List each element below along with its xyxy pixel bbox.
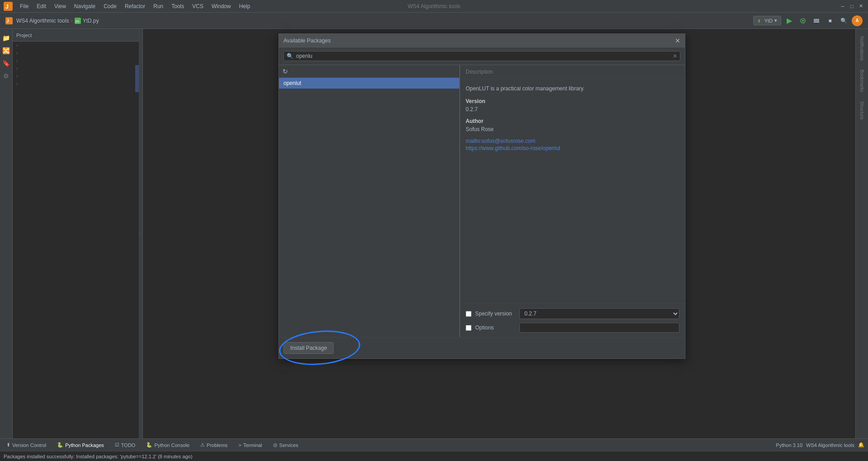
menu-navigate[interactable]: Navigate bbox=[71, 2, 99, 11]
bookmarks-label[interactable]: Bookmarks bbox=[858, 66, 866, 96]
menu-view[interactable]: View bbox=[51, 2, 70, 11]
dialog-close-button[interactable]: ✕ bbox=[675, 38, 680, 44]
python-console-icon: 🐍 bbox=[146, 442, 152, 448]
tab-services[interactable]: ◎ Services bbox=[270, 441, 301, 449]
sidebar-bookmark-icon[interactable]: 🔖 bbox=[1, 58, 12, 69]
package-details: Description OpenLUT is a practical color… bbox=[460, 65, 685, 337]
menu-edit[interactable]: Edit bbox=[33, 2, 50, 11]
app-logo: J bbox=[4, 2, 13, 11]
description-header: Description bbox=[460, 65, 685, 79]
notifications-label[interactable]: Notifications bbox=[858, 33, 866, 64]
status-right: Python 3.10 WS4 Algorithmic tools 🔔 bbox=[776, 442, 864, 448]
mailto-link[interactable]: mailto:sofus@sofusrose.com bbox=[466, 138, 679, 144]
menu-window[interactable]: Window bbox=[208, 2, 235, 11]
breadcrumb-project[interactable]: WS4 Algorithmic tools bbox=[16, 18, 69, 24]
search-input[interactable] bbox=[296, 53, 673, 59]
install-package-button[interactable]: Install Package bbox=[283, 342, 334, 354]
tab-python-console[interactable]: 🐍 Python Console bbox=[143, 441, 192, 449]
tree-item[interactable]: › bbox=[13, 80, 139, 88]
options-checkbox[interactable] bbox=[466, 325, 472, 331]
structure-label[interactable]: Structure bbox=[858, 98, 866, 123]
tree-item[interactable]: › bbox=[13, 49, 139, 57]
stop-button[interactable]: ■ bbox=[825, 15, 835, 26]
dialog-title-bar: Available Packages ✕ bbox=[279, 34, 685, 47]
menu-help[interactable]: Help bbox=[236, 2, 254, 11]
problems-label: Problems bbox=[207, 442, 227, 448]
refresh-icon[interactable]: ↻ bbox=[283, 68, 288, 75]
search-button[interactable]: 🔍 bbox=[838, 15, 849, 26]
links-section: mailto:sofus@sofusrose.com https://www.g… bbox=[466, 138, 679, 151]
window-controls: ─ □ ✕ bbox=[839, 3, 864, 10]
project-icon: J bbox=[5, 17, 13, 24]
tab-version-control[interactable]: ⬆ Version Control bbox=[4, 441, 49, 449]
close-button[interactable]: ✕ bbox=[857, 3, 864, 10]
package-details-body: OpenLUT is a practical color management … bbox=[460, 79, 685, 303]
options-input[interactable] bbox=[519, 323, 679, 333]
sidebar-project-icon[interactable]: 📁 bbox=[1, 33, 12, 43]
tree-arrow: › bbox=[16, 58, 18, 63]
menu-tools[interactable]: Tools bbox=[168, 2, 188, 11]
svg-text:py: py bbox=[75, 19, 79, 23]
package-list: ↻ openlut bbox=[279, 65, 460, 337]
svg-rect-10 bbox=[814, 20, 819, 21]
tab-todo[interactable]: ☑ TODO bbox=[112, 441, 138, 449]
available-packages-dialog: Available Packages ✕ 🔍 ✕ ↻ bbox=[278, 33, 685, 359]
svg-rect-9 bbox=[814, 19, 819, 20]
package-list-toolbar: ↻ bbox=[279, 65, 459, 78]
right-sidebar: Notifications Bookmarks Structure bbox=[855, 29, 868, 438]
svg-rect-11 bbox=[814, 22, 819, 23]
editor-area: Available Packages ✕ 🔍 ✕ ↻ bbox=[143, 29, 855, 438]
menu-items: File Edit View Navigate Code Refactor Ru… bbox=[16, 2, 254, 11]
python-console-label: Python Console bbox=[154, 442, 189, 448]
todo-label: TODO bbox=[121, 442, 136, 448]
package-item-openlut[interactable]: openlut bbox=[279, 78, 459, 89]
notifications-icon[interactable]: 🔔 bbox=[858, 442, 864, 448]
github-link[interactable]: https://www.github.com/so-rose/openlut bbox=[466, 145, 679, 151]
tree-area: › › › › › › bbox=[13, 42, 139, 438]
tree-arrow: › bbox=[16, 81, 18, 86]
menu-run[interactable]: Run bbox=[150, 2, 167, 11]
dialog-title: Available Packages bbox=[283, 38, 331, 44]
project-toolbar: J WS4 Algorithmic tools › py YtD.py ⬆ Yt… bbox=[0, 13, 868, 29]
sidebar-vcs-icon[interactable]: 🔀 bbox=[1, 45, 12, 56]
services-label: Services bbox=[279, 442, 298, 448]
sidebar-settings-icon[interactable]: ⚙ bbox=[1, 71, 12, 81]
workspace-name: WS4 Algorithmic tools bbox=[806, 442, 854, 448]
menu-vcs[interactable]: VCS bbox=[189, 2, 207, 11]
tree-item[interactable]: › bbox=[13, 42, 139, 49]
debug-button[interactable] bbox=[797, 15, 808, 26]
message-text: Packages installed successfully: Install… bbox=[4, 454, 193, 459]
minimize-button[interactable]: ─ bbox=[839, 3, 846, 10]
tree-item[interactable]: › bbox=[13, 65, 139, 72]
author-label: Author bbox=[466, 118, 679, 124]
tab-python-packages[interactable]: 🐍 Python Packages bbox=[54, 441, 107, 449]
run-button[interactable]: ▶ bbox=[784, 15, 795, 26]
collapse-bar[interactable]: ‹ bbox=[139, 29, 143, 438]
menu-code[interactable]: Code bbox=[100, 2, 120, 11]
options-label: Options bbox=[475, 325, 516, 331]
branch-icon: ⬆ bbox=[757, 18, 763, 24]
package-description: OpenLUT is a practical color management … bbox=[466, 85, 679, 93]
tree-item[interactable]: › bbox=[13, 57, 139, 65]
avatar: A bbox=[852, 15, 863, 26]
menu-refactor[interactable]: Refactor bbox=[121, 2, 149, 11]
branch-selector[interactable]: ⬆ YtD ▾ bbox=[753, 16, 781, 25]
tab-problems[interactable]: ⚠ Problems bbox=[198, 441, 230, 449]
file-icon: py bbox=[75, 18, 81, 24]
install-area: Install Package bbox=[279, 337, 685, 358]
maximize-button[interactable]: □ bbox=[848, 3, 855, 10]
selection-indicator bbox=[135, 65, 139, 92]
status-bar: ⬆ Version Control 🐍 Python Packages ☑ TO… bbox=[0, 438, 868, 451]
tab-terminal[interactable]: > Terminal bbox=[236, 442, 265, 449]
python-packages-icon: 🐍 bbox=[57, 442, 63, 448]
version-select[interactable]: 0.2.7 bbox=[519, 308, 679, 319]
package-list-items: openlut bbox=[279, 78, 459, 337]
branch-dropdown-icon: ▾ bbox=[774, 18, 777, 24]
menu-file[interactable]: File bbox=[16, 2, 32, 11]
profile-button[interactable] bbox=[811, 15, 822, 26]
tree-item[interactable]: › bbox=[13, 72, 139, 80]
search-clear-icon[interactable]: ✕ bbox=[673, 53, 677, 59]
breadcrumb-file[interactable]: YtD.py bbox=[83, 18, 99, 24]
specify-version-checkbox[interactable] bbox=[466, 311, 472, 317]
app-title: WS4 Algorithmic tools bbox=[408, 3, 461, 9]
